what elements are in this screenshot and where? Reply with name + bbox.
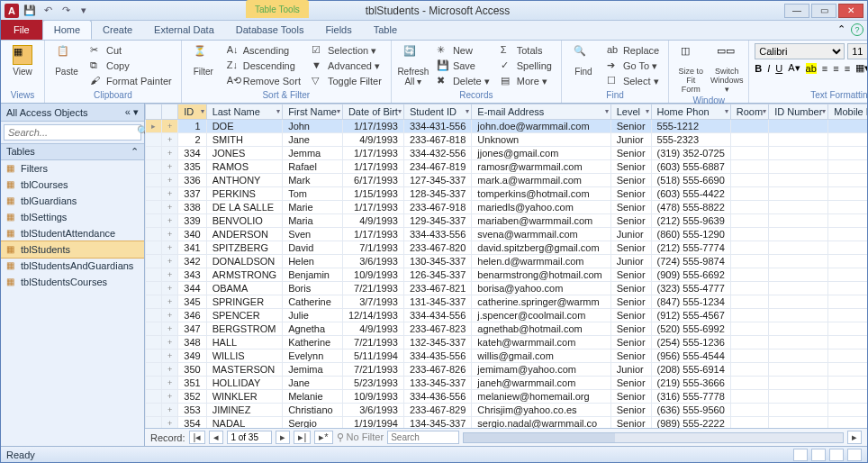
bold-button[interactable]: B [755, 63, 762, 74]
expand-row-icon[interactable]: + [162, 147, 178, 160]
table-row[interactable]: +352WINKLERMelanie10/9/1993334-436-556me… [146, 390, 868, 404]
cell[interactable]: (847) 555-1234 [651, 295, 730, 309]
table-row[interactable]: +340ANDERSONSven1/17/1993334-433-556sven… [146, 228, 868, 241]
cell[interactable]: Chrisjim@yahoo.co.es [472, 404, 610, 417]
cell[interactable] [730, 404, 768, 417]
cell[interactable] [730, 133, 768, 147]
cell[interactable] [828, 404, 867, 417]
cell[interactable]: 1/17/1993 [342, 160, 403, 174]
cell[interactable]: (323) 555-4777 [651, 282, 730, 295]
cell[interactable] [828, 309, 867, 322]
cell[interactable]: mariedls@yahoo.com [472, 201, 610, 214]
cell[interactable] [769, 255, 828, 268]
cell[interactable]: Junior [610, 363, 651, 377]
tab-table[interactable]: Table [363, 20, 408, 40]
refresh-all-button[interactable]: 🔄 Refresh All ▾ [397, 43, 429, 90]
cut-button[interactable]: ✂Cut [86, 43, 176, 58]
copy-button[interactable]: ⧉Copy [86, 59, 176, 73]
row-selector[interactable] [146, 255, 162, 268]
cell[interactable]: kateh@warmmail.com [472, 336, 610, 350]
row-selector[interactable] [146, 404, 162, 417]
record-position-input[interactable] [227, 431, 272, 444]
tab-file[interactable]: File [1, 20, 42, 40]
cell[interactable]: Unknown [472, 133, 610, 147]
expand-row-icon[interactable]: + [162, 295, 178, 309]
cell[interactable] [828, 241, 867, 255]
table-row[interactable]: +345SPRINGERCatherine3/7/1993131-345-337… [146, 295, 868, 309]
font-size-select[interactable]: 11 [847, 43, 868, 59]
table-row[interactable]: +347BERGSTROMAgnetha4/9/1993233-467-823a… [146, 322, 868, 336]
cell[interactable]: (860) 555-1290 [651, 228, 730, 241]
cell[interactable]: Senior [610, 295, 651, 309]
cell[interactable]: 342 [178, 255, 206, 268]
cell[interactable]: (636) 555-9560 [651, 404, 730, 417]
minimize-ribbon-icon[interactable]: ⌃ [837, 23, 845, 36]
find-button[interactable]: 🔍 Find [567, 43, 600, 90]
cell[interactable]: 1/19/1994 [342, 417, 403, 429]
cell[interactable]: (316) 555-7778 [651, 390, 730, 404]
row-selector[interactable] [146, 174, 162, 187]
cell[interactable]: 1/17/1993 [342, 201, 403, 214]
column-header[interactable]: Date of Birt▾ [342, 104, 403, 120]
row-selector[interactable] [146, 282, 162, 295]
expand-row-icon[interactable]: + [162, 228, 178, 241]
cell[interactable] [769, 336, 828, 350]
cell[interactable]: Rafael [283, 160, 343, 174]
format-painter-button[interactable]: 🖌Format Painter [86, 74, 176, 88]
cell[interactable]: DE LA SALLE [206, 201, 283, 214]
cell[interactable] [828, 147, 867, 160]
table-row[interactable]: +2SMITHJane4/9/1993233-467-818UnknownJun… [146, 133, 868, 147]
cell[interactable] [828, 350, 867, 363]
cell[interactable]: 339 [178, 214, 206, 228]
row-selector[interactable] [146, 268, 162, 282]
expand-row-icon[interactable]: + [162, 160, 178, 174]
cell[interactable]: WINKLER [206, 390, 283, 404]
cell[interactable] [828, 282, 867, 295]
cell[interactable]: (956) 555-4544 [651, 350, 730, 363]
cell[interactable] [769, 322, 828, 336]
expand-row-icon[interactable]: + [162, 377, 178, 390]
cell[interactable]: 354 [178, 417, 206, 429]
cell[interactable]: Senior [610, 187, 651, 201]
tab-database-tools[interactable]: Database Tools [225, 20, 315, 40]
cell[interactable]: Senior [610, 214, 651, 228]
nav-prev-button[interactable]: ◂ [209, 431, 223, 444]
cell[interactable]: Benjamin [283, 268, 343, 282]
tab-external-data[interactable]: External Data [143, 20, 225, 40]
ascending-button[interactable]: A↓Ascending [223, 43, 304, 58]
cell[interactable]: (520) 555-6992 [651, 322, 730, 336]
cell[interactable]: (912) 555-4567 [651, 309, 730, 322]
cell[interactable]: janeh@warmmail.com [472, 377, 610, 390]
expand-row-icon[interactable]: + [162, 255, 178, 268]
cell[interactable]: 2 [178, 133, 206, 147]
cell[interactable]: helen.d@warmmail.com [472, 255, 610, 268]
cell[interactable]: 334-432-556 [403, 147, 471, 160]
view-button[interactable]: ▦ View [6, 43, 39, 90]
align-right-button[interactable]: ≡ [845, 63, 850, 74]
qat-save-icon[interactable]: 💾 [23, 4, 37, 18]
tab-create[interactable]: Create [92, 20, 143, 40]
cell[interactable]: Senior [610, 390, 651, 404]
descending-button[interactable]: Z↓Descending [223, 59, 304, 73]
cell[interactable] [730, 282, 768, 295]
cell[interactable]: 334-431-556 [403, 120, 471, 133]
cell[interactable]: Jane [283, 377, 343, 390]
cell[interactable]: (478) 555-8822 [651, 201, 730, 214]
column-header[interactable]: Last Name▾ [206, 104, 283, 120]
table-row[interactable]: +351HOLLIDAYJane5/23/1993133-345-337jane… [146, 377, 868, 390]
table-row[interactable]: +343ARMSTRONGBenjamin10/9/1993126-345-33… [146, 268, 868, 282]
search-input[interactable] [5, 125, 137, 140]
cell[interactable]: MASTERSON [206, 363, 283, 377]
cell[interactable] [730, 295, 768, 309]
maximize-button[interactable]: ▭ [811, 4, 836, 18]
cell[interactable]: (518) 555-6690 [651, 174, 730, 187]
cell[interactable]: Senior [610, 377, 651, 390]
cell[interactable]: 334-433-556 [403, 228, 471, 241]
expand-row-icon[interactable]: + [162, 282, 178, 295]
expand-row-icon[interactable]: + [162, 390, 178, 404]
column-header[interactable]: Mobile Pl▾ [828, 104, 867, 120]
cell[interactable]: mariaben@warmmail.com [472, 214, 610, 228]
cell[interactable] [730, 363, 768, 377]
cell[interactable]: mark.a@warmmail.com [472, 174, 610, 187]
cell[interactable]: 344 [178, 282, 206, 295]
